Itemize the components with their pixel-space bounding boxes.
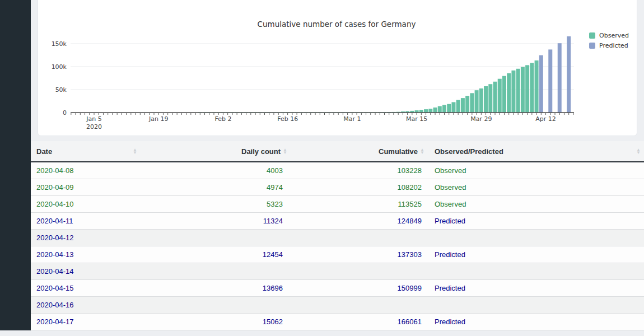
- column-header-date[interactable]: Date ▲▼: [31, 147, 137, 156]
- cell-date: 2020-04-10: [31, 200, 137, 208]
- svg-text:Mar 15: Mar 15: [406, 115, 427, 123]
- cumulative-cases-chart[interactable]: Cumulative number of cases for GermanyJa…: [38, 1, 638, 137]
- cell-cumulative: 137303: [288, 250, 424, 259]
- table-row: 2020-04-12: [31, 230, 644, 246]
- cell-daily-count: 5323: [137, 200, 288, 208]
- table-row: 2020-04-09 4974 108202 Observed: [31, 179, 644, 196]
- sort-icon[interactable]: ▲▼: [133, 148, 137, 154]
- cell-date: 2020-04-11: [31, 217, 137, 225]
- table-body: 2020-04-08 4003 103228 Observed 2020-04-…: [31, 162, 644, 330]
- table-row: 2020-04-17 15062 166061 Predicted: [31, 314, 644, 330]
- cell-daily-count: 12454: [137, 250, 288, 259]
- svg-text:Jan 5: Jan 5: [86, 115, 101, 123]
- cell-status: Predicted: [424, 250, 644, 259]
- svg-text:Jan 19: Jan 19: [148, 115, 168, 123]
- svg-text:Feb 2: Feb 2: [214, 115, 231, 123]
- cell-cumulative: 113525: [288, 200, 424, 208]
- dashboard: Cumulative number of cases for GermanyJa…: [0, 0, 644, 336]
- cell-daily-count: 4974: [137, 183, 288, 192]
- cell-cumulative: 108202: [288, 183, 424, 192]
- cell-date: 2020-04-09: [31, 183, 137, 192]
- app-sidebar[interactable]: [0, 0, 31, 330]
- predicted-swatch-icon: [589, 43, 595, 49]
- table-row: 2020-04-16: [31, 297, 644, 314]
- svg-text:50k: 50k: [55, 86, 67, 94]
- cell-date: 2020-04-16: [31, 301, 137, 309]
- cell-cumulative: 103228: [288, 166, 424, 175]
- table-row: 2020-04-11 11324 124849 Predicted: [31, 213, 644, 230]
- legend-item-observed[interactable]: Observed: [589, 32, 629, 39]
- observed-swatch-icon: [589, 32, 595, 39]
- cell-date: 2020-04-08: [31, 166, 137, 175]
- sort-icon[interactable]: ▲▼: [636, 148, 641, 154]
- svg-text:Cumulative number of cases for: Cumulative number of cases for Germany: [258, 20, 416, 29]
- column-header-cumulative[interactable]: Cumulative ▲▼: [288, 147, 424, 156]
- cell-status: Predicted: [424, 217, 644, 225]
- svg-text:Mar 29: Mar 29: [470, 115, 492, 123]
- table-row: 2020-04-13 12454 137303 Predicted: [31, 246, 644, 263]
- cell-daily-count: 13696: [137, 284, 288, 292]
- legend-label: Predicted: [599, 42, 628, 49]
- cell-daily-count: 11324: [137, 217, 288, 225]
- cell-date: 2020-04-17: [31, 318, 137, 326]
- sort-icon[interactable]: ▲▼: [283, 148, 287, 154]
- cell-status: Observed: [424, 166, 644, 175]
- sort-icon[interactable]: ▲▼: [420, 148, 424, 154]
- cell-status: Predicted: [424, 284, 644, 292]
- cell-date: 2020-04-15: [31, 284, 137, 292]
- svg-text:2020: 2020: [86, 123, 102, 130]
- legend-item-predicted[interactable]: Predicted: [589, 42, 629, 49]
- cell-date: 2020-04-12: [31, 234, 137, 242]
- column-header-daily-count[interactable]: Daily count ▲▼: [137, 147, 288, 156]
- cell-date: 2020-04-13: [31, 250, 137, 259]
- cell-daily-count: 4003: [137, 166, 288, 175]
- svg-text:Apr 12: Apr 12: [535, 115, 556, 123]
- svg-text:Mar 1: Mar 1: [343, 115, 361, 123]
- chart-card: Cumulative number of cases for GermanyJa…: [38, 0, 637, 136]
- cell-cumulative: 150999: [288, 284, 424, 292]
- table-row: 2020-04-08 4003 103228 Observed: [31, 162, 644, 179]
- cases-table: Date ▲▼ Daily count ▲▼ Cumulative ▲▼ Obs…: [31, 141, 644, 330]
- cell-cumulative: 166061: [288, 318, 424, 326]
- cell-status: Observed: [424, 183, 644, 192]
- cell-cumulative: 124849: [288, 217, 424, 225]
- svg-text:Feb 16: Feb 16: [277, 115, 298, 123]
- table-row: 2020-04-10 5323 113525 Observed: [31, 196, 644, 213]
- cell-status: Observed: [424, 200, 644, 208]
- legend-label: Observed: [599, 32, 629, 39]
- table-row: 2020-04-14: [31, 263, 644, 280]
- svg-text:100k: 100k: [52, 63, 67, 71]
- table-header-row: Date ▲▼ Daily count ▲▼ Cumulative ▲▼ Obs…: [31, 141, 644, 162]
- table-row: 2020-04-15 13696 150999 Predicted: [31, 280, 644, 297]
- cell-status: Predicted: [424, 318, 644, 326]
- svg-text:150k: 150k: [52, 40, 67, 48]
- chart-legend: Observed Predicted: [589, 32, 629, 52]
- column-header-observed-predicted[interactable]: Observed/Predicted ▲▼: [424, 147, 644, 156]
- cell-date: 2020-04-14: [31, 267, 137, 276]
- svg-text:0: 0: [63, 109, 67, 116]
- cell-daily-count: 15062: [137, 318, 288, 326]
